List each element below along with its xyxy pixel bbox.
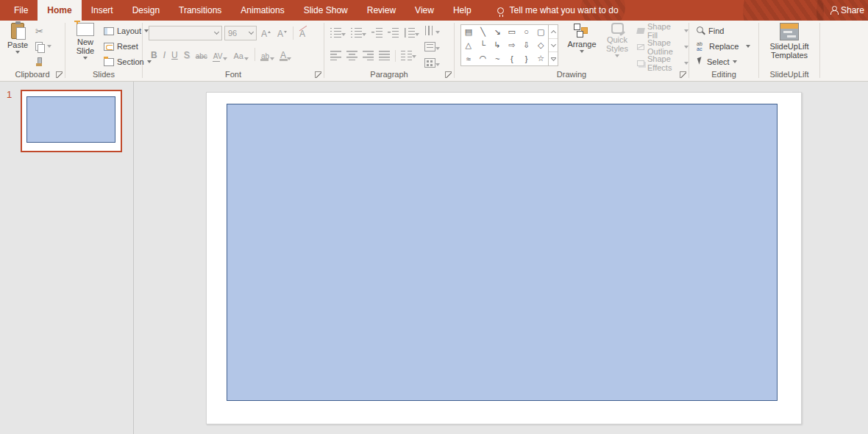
italic-button[interactable]: I <box>161 47 168 62</box>
align-text-button[interactable] <box>424 41 440 54</box>
shape-text-box[interactable]: ▤ <box>461 25 476 38</box>
arrange-button[interactable]: Arrange <box>565 23 599 53</box>
text-direction-button[interactable] <box>424 25 440 38</box>
tab-review[interactable]: Review <box>357 0 405 21</box>
shape-rounded-rectangle[interactable]: ▢ <box>533 25 548 38</box>
shape-effects-dropdown-arrow <box>684 62 689 65</box>
rectangle-shape[interactable] <box>227 104 778 401</box>
shapes-more-button[interactable] <box>549 52 558 65</box>
shape-elbow-arrow-connector[interactable]: ↳ <box>490 38 505 51</box>
quick-styles-button[interactable]: Quick Styles <box>602 23 633 57</box>
tab-help[interactable]: Help <box>444 0 481 21</box>
shape-scribble[interactable]: ≈ <box>461 52 476 65</box>
underline-button[interactable]: U <box>169 47 180 62</box>
tell-me-box[interactable]: Tell me what you want to do <box>497 0 619 21</box>
shape-line[interactable]: ╲ <box>476 25 491 38</box>
find-label: Find <box>708 26 724 35</box>
strikethrough-button[interactable]: abc <box>193 47 210 62</box>
text-highlight-button[interactable]: ab <box>259 47 277 62</box>
tab-view[interactable]: View <box>405 0 444 21</box>
increase-indent-button[interactable] <box>388 27 399 40</box>
shape-rectangle[interactable]: ▭ <box>505 25 519 38</box>
shape-right-arrow[interactable]: ⇨ <box>505 38 519 51</box>
arrange-label: Arrange <box>567 40 596 49</box>
tab-transitions[interactable]: Transitions <box>169 0 231 21</box>
slideuplift-templates-icon <box>780 23 799 40</box>
shape-effects-button[interactable]: Shape Effects <box>637 57 689 70</box>
shape-right-brace[interactable]: } <box>519 52 534 65</box>
text-shadow-button[interactable]: S <box>182 47 192 62</box>
change-case-button[interactable]: Aa <box>231 47 250 62</box>
shapes-scroll-down-button[interactable] <box>549 39 558 53</box>
replace-label: Replace <box>709 42 739 51</box>
align-center-button[interactable] <box>346 50 357 63</box>
shape-left-brace[interactable]: { <box>505 52 519 65</box>
tab-slide-show[interactable]: Slide Show <box>294 0 357 21</box>
shape-outline-button[interactable]: Shape Outline <box>637 40 689 54</box>
shape-triangle[interactable]: △ <box>461 38 476 51</box>
align-right-button[interactable] <box>363 50 374 63</box>
clear-formatting-button[interactable]: A <box>297 26 307 40</box>
bold-button[interactable]: B <box>149 47 160 62</box>
quick-styles-icon <box>611 23 624 34</box>
font-name-combo[interactable] <box>149 26 222 40</box>
shrink-font-button[interactable]: A <box>275 26 289 40</box>
copy-button[interactable] <box>35 40 51 53</box>
shape-arc[interactable]: ◠ <box>476 52 491 65</box>
cut-button[interactable]: ✂ <box>35 24 51 38</box>
shape-line-arrow[interactable]: ↘ <box>490 25 505 38</box>
shapes-scroll-up-button[interactable] <box>549 25 558 39</box>
format-painter-button[interactable] <box>35 55 51 68</box>
align-text-dropdown-arrow <box>435 47 440 50</box>
paragraph-dialog-launcher[interactable] <box>445 71 452 78</box>
replace-button[interactable]: abac Replace <box>697 40 750 53</box>
slide-canvas-area[interactable] <box>135 82 868 434</box>
clipboard-dialog-launcher[interactable] <box>56 71 63 78</box>
drawing-dialog-launcher[interactable] <box>680 71 686 78</box>
tab-file[interactable]: File <box>4 0 38 21</box>
shape-fill-button[interactable]: Shape Fill <box>637 24 689 38</box>
shape-star[interactable]: ☆ <box>533 52 548 65</box>
font-color-button[interactable]: A <box>278 47 294 62</box>
tab-animations[interactable]: Animations <box>231 0 294 21</box>
decrease-indent-button[interactable] <box>371 27 383 40</box>
font-dialog-launcher[interactable] <box>315 71 321 78</box>
columns-button[interactable] <box>401 50 416 63</box>
shape-oval[interactable]: ○ <box>519 25 534 38</box>
shape-elbow-connector[interactable]: └ <box>476 38 491 51</box>
convert-smartart-button[interactable] <box>424 57 440 71</box>
justify-button[interactable] <box>379 50 390 63</box>
character-spacing-button[interactable]: AV <box>211 47 230 62</box>
share-button[interactable]: Share <box>830 0 864 21</box>
shape-freeform[interactable]: ◇ <box>533 38 548 51</box>
grow-font-button[interactable]: A <box>259 26 273 40</box>
tab-home[interactable]: Home <box>38 0 81 21</box>
tab-insert[interactable]: Insert <box>82 0 123 21</box>
shrink-caret-icon <box>284 31 287 33</box>
shape-down-arrow[interactable]: ⇩ <box>519 38 534 51</box>
shape-outline-icon <box>637 44 644 50</box>
tab-design[interactable]: Design <box>123 0 169 21</box>
find-button[interactable]: Find <box>697 24 750 38</box>
line-spacing-button[interactable] <box>404 27 419 40</box>
slide-1-thumbnail[interactable] <box>21 90 122 152</box>
format-painter-icon <box>35 57 43 66</box>
slideuplift-templates-button[interactable]: SlideUpLift Templates <box>765 23 814 60</box>
bullets-button[interactable] <box>330 27 346 40</box>
arrange-dropdown-arrow <box>580 50 584 53</box>
smartart-icon <box>424 58 435 68</box>
highlight-dropdown-arrow <box>270 57 274 60</box>
slide-canvas[interactable] <box>206 92 802 424</box>
increase-indent-icon <box>388 28 399 38</box>
numbering-button[interactable] <box>351 27 366 40</box>
select-button[interactable]: Select <box>697 55 750 68</box>
lightbulb-icon <box>497 7 504 14</box>
font-size-combo[interactable]: 96 <box>224 26 257 40</box>
char-spacing-dropdown-arrow <box>223 57 227 60</box>
align-center-icon <box>346 51 357 60</box>
new-slide-button[interactable]: New Slide <box>70 23 101 60</box>
align-left-button[interactable] <box>330 50 341 63</box>
shape-curve[interactable]: ~ <box>490 52 505 65</box>
title-bar: File Home Insert Design Transitions Anim… <box>0 0 868 21</box>
paste-button[interactable]: Paste <box>4 23 31 54</box>
